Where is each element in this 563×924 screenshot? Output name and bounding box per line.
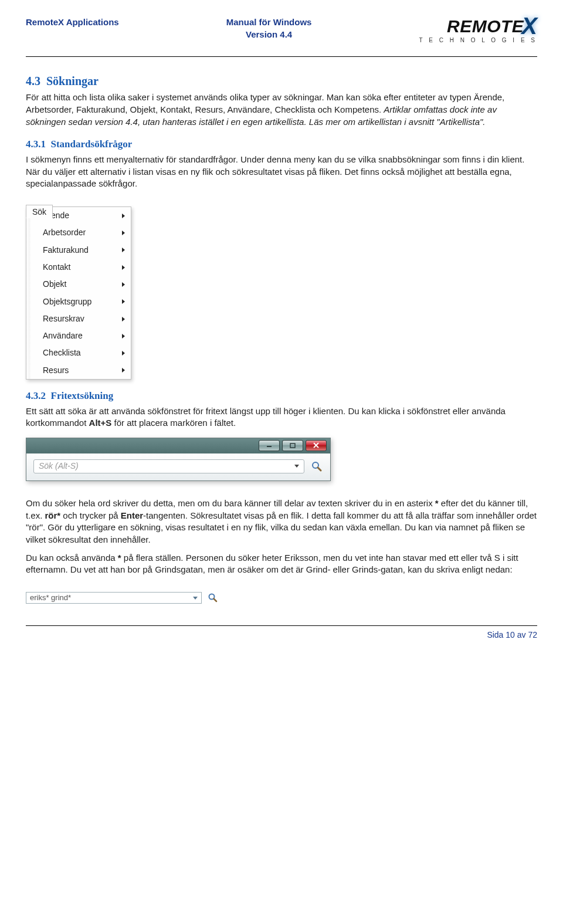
menu-item[interactable]: Användare <box>26 327 131 344</box>
submenu-arrow-icon <box>122 317 125 321</box>
search-window-screenshot: Sök (Alt-S) <box>26 438 331 481</box>
minimize-icon <box>266 443 272 448</box>
submenu-arrow-icon <box>122 368 125 373</box>
page-footer: Sida 10 av 72 <box>26 625 537 641</box>
search-button[interactable] <box>310 460 323 473</box>
example-search-input[interactable]: eriks* grind* <box>26 592 202 604</box>
menu-item-label: Resurs <box>43 365 69 376</box>
submenu-arrow-icon <box>122 334 125 339</box>
header-app-name: RemoteX Applications <box>26 16 119 29</box>
logo-text: REMOTE <box>447 18 524 35</box>
menu-item-label: Objektsgrupp <box>43 296 91 307</box>
menu-item-label: Fakturakund <box>43 245 89 256</box>
header-title: Manual för Windows Version 4.4 <box>226 16 312 40</box>
menu-item[interactable]: Arbetsorder <box>26 224 131 241</box>
menu-item[interactable]: Resurs <box>26 362 131 379</box>
section-4.3.2-title: 4.3.2 Fritextsökning <box>26 389 537 402</box>
menu-item[interactable]: Fakturakund <box>26 242 131 259</box>
menu-item-label: Resurskrav <box>43 313 84 324</box>
section-4.3.1-paragraph: I sökmenyn finns ett menyalternativ för … <box>26 154 537 190</box>
search-toolbar: Sök (Alt-S) <box>26 453 330 480</box>
logo: REMOTE X T E C H N O L O G I E S <box>419 16 537 45</box>
section-4.3.2-paragraph1: Ett sätt att söka är att använda sökföns… <box>26 405 537 429</box>
section-name: Sökningar <box>46 75 99 87</box>
section-4.3.2-paragraph2: Om du söker hela ord skriver du detta, m… <box>26 497 537 546</box>
para-text: Du kan också använda <box>26 553 118 563</box>
svg-rect-0 <box>267 446 272 447</box>
dropdown-arrow-icon[interactable] <box>294 465 299 468</box>
window-maximize-button[interactable] <box>282 440 303 451</box>
section-4.3.2-paragraph3: Du kan också använda * på flera ställen.… <box>26 552 537 576</box>
menu-item[interactable]: Objektsgrupp <box>26 293 131 310</box>
window-minimize-button[interactable] <box>259 440 280 451</box>
window-close-button[interactable] <box>306 440 327 451</box>
subsection-name: Fritextsökning <box>51 390 114 401</box>
section-number: 4.3 <box>26 75 40 87</box>
menu-item-label: Kontakt <box>43 262 70 273</box>
menu-item[interactable]: Resurskrav <box>26 310 131 327</box>
subsection-name: Standardsökfrågor <box>51 138 133 150</box>
magnifier-icon <box>208 593 218 603</box>
para-text: för att placera markören i fältet. <box>111 418 236 428</box>
bold-text: Enter <box>121 510 143 520</box>
example-search-field: eriks* grind* <box>26 591 219 604</box>
submenu-arrow-icon <box>122 299 125 304</box>
subsection-number: 4.3.1 <box>26 138 46 150</box>
svg-line-5 <box>318 468 321 471</box>
menu-tab-sok[interactable]: Sök <box>26 205 53 218</box>
search-placeholder: Sök (Alt-S) <box>39 461 79 472</box>
header-line1: Manual för Windows <box>226 16 312 29</box>
menu-item[interactable]: Objekt <box>26 276 131 293</box>
section-4.3-title: 4.3 Sökningar <box>26 73 537 90</box>
submenu-arrow-icon <box>122 282 125 287</box>
bold-text: rör* <box>45 510 61 520</box>
example-search-value: eriks* grind* <box>30 593 71 603</box>
menu-item[interactable]: Kontakt <box>26 259 131 276</box>
example-search-button[interactable] <box>206 591 219 604</box>
search-menu-screenshot: Sök ÄrendeArbetsorderFakturakundKontaktO… <box>26 207 537 380</box>
logo-x-icon: X <box>521 16 537 35</box>
submenu-arrow-icon <box>122 265 125 270</box>
header-line2: Version 4.4 <box>226 29 312 41</box>
submenu-arrow-icon <box>122 248 125 252</box>
section-4.3-paragraph: För att hitta och lista olika saker i sy… <box>26 92 537 128</box>
logo-subtitle: T E C H N O L O G I E S <box>419 36 537 45</box>
subsection-number: 4.3.2 <box>26 390 46 401</box>
svg-line-7 <box>214 599 217 602</box>
menu-item-label: Checklista <box>43 347 81 358</box>
menu-item-label: Användare <box>43 330 83 341</box>
shortcut-text: Alt+S <box>89 418 112 428</box>
submenu-arrow-icon <box>122 214 125 218</box>
maximize-icon <box>290 443 296 448</box>
menu-item-label: Arbetsorder <box>43 227 86 238</box>
menu-item-label: Objekt <box>43 279 66 290</box>
section-4.3.1-title: 4.3.1 Standardsökfrågor <box>26 137 537 151</box>
para-text: och trycker på <box>60 510 121 520</box>
svg-rect-1 <box>290 444 295 448</box>
submenu-arrow-icon <box>122 351 125 356</box>
page-header: RemoteX Applications Manual för Windows … <box>26 16 537 57</box>
magnifier-icon <box>311 461 323 472</box>
close-icon <box>313 442 320 448</box>
submenu-arrow-icon <box>122 231 125 235</box>
dropdown-arrow-icon[interactable] <box>193 597 198 600</box>
search-input[interactable]: Sök (Alt-S) <box>33 459 304 473</box>
para-text: Om du söker hela ord skriver du detta, m… <box>26 498 435 508</box>
window-titlebar <box>26 438 330 453</box>
menu-item[interactable]: Checklista <box>26 344 131 361</box>
